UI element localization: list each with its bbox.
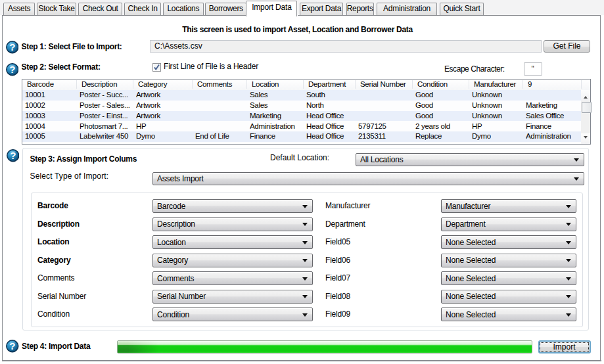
svg-text:?: ? [9, 41, 15, 53]
svg-text:?: ? [10, 150, 16, 161]
svg-text:?: ? [9, 64, 15, 75]
svg-text:?: ? [9, 340, 15, 352]
